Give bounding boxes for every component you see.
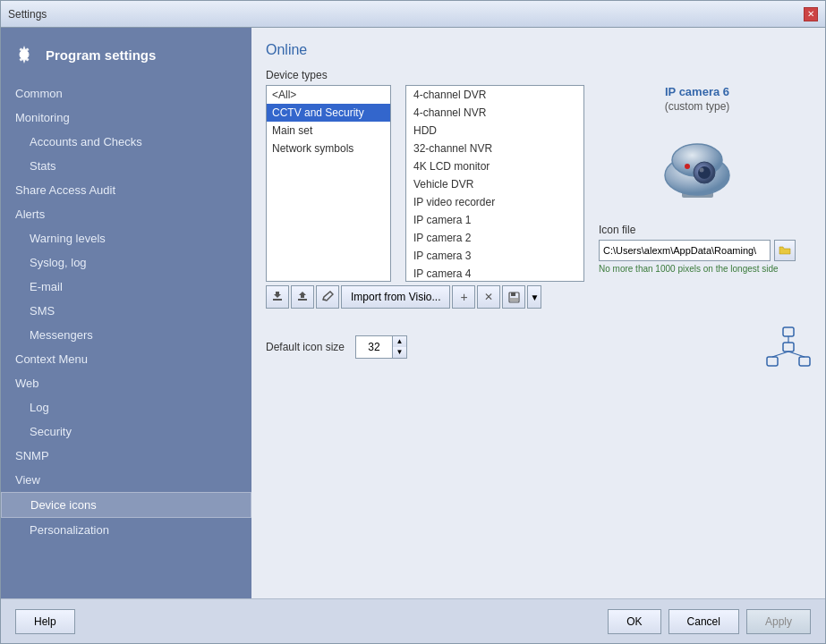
device-types-label: Device types	[266, 69, 811, 81]
titlebar: Settings ✕	[1, 1, 825, 28]
settings-window: Settings ✕ Program settings Common Monit…	[0, 0, 826, 644]
list-item[interactable]: IP video recorder	[406, 193, 583, 211]
sidebar-item-accounts-checks[interactable]: Accounts and Checks	[1, 130, 251, 154]
preview-device-title: IP camera 6	[665, 85, 729, 98]
svg-rect-14	[511, 292, 515, 296]
list-item[interactable]: 4-channel NVR	[406, 104, 583, 122]
ok-button[interactable]: OK	[608, 609, 660, 634]
svg-rect-10	[298, 299, 307, 301]
import-button-label: Import from Visio...	[351, 291, 440, 303]
svg-point-7	[685, 164, 690, 169]
list-item[interactable]: 4K LCD monitor	[406, 157, 583, 175]
footer: Help OK Cancel Apply	[1, 598, 825, 643]
toolbar-save-button[interactable]	[502, 285, 525, 309]
sidebar-item-snmp[interactable]: SNMP	[1, 444, 251, 468]
svg-line-22	[788, 352, 805, 357]
import-from-visio-button[interactable]: Import from Visio...	[341, 285, 450, 309]
toolbar-add-button[interactable]: +	[452, 285, 475, 309]
toolbar-download-button[interactable]	[266, 285, 289, 309]
dome-camera-svg	[655, 126, 740, 211]
camera-preview-image	[652, 123, 742, 213]
list-item[interactable]: Vehicle DVR	[406, 175, 583, 193]
svg-marker-9	[274, 292, 281, 298]
icon-file-label: Icon file	[599, 224, 796, 236]
sidebar: Program settings Common Monitoring Accou…	[1, 28, 251, 598]
type-list-item-mainset[interactable]: Main set	[267, 122, 390, 140]
sidebar-item-warning-levels[interactable]: Warning levels	[1, 226, 251, 250]
toolbar-delete-button[interactable]: ✕	[477, 285, 500, 309]
list-item[interactable]: IP camera 1	[406, 211, 583, 229]
icon-size-input[interactable]	[356, 336, 392, 358]
sidebar-item-messengers[interactable]: Messengers	[1, 323, 251, 347]
icon-size-row: Default icon size ▲ ▼	[266, 335, 407, 359]
type-list-item-networksymbols[interactable]: Network symbols	[267, 140, 390, 157]
upload-icon	[296, 291, 309, 303]
sidebar-item-stats[interactable]: Stats	[1, 154, 251, 178]
download-icon	[271, 291, 284, 303]
icon-file-browse-button[interactable]	[774, 240, 796, 261]
icon-size-down-button[interactable]: ▼	[392, 347, 406, 358]
svg-rect-19	[799, 357, 810, 366]
sidebar-item-email[interactable]: E-mail	[1, 275, 251, 299]
sidebar-item-personalization[interactable]: Personalization	[1, 518, 251, 542]
svg-rect-15	[510, 298, 518, 301]
icon-hint: No more than 1000 pixels on the longest …	[599, 264, 796, 274]
network-icon-svg	[766, 326, 811, 367]
sidebar-item-web[interactable]: Web	[1, 371, 251, 395]
icon-size-up-button[interactable]: ▲	[392, 336, 406, 347]
footer-buttons: OK Cancel Apply	[608, 609, 811, 634]
folder-icon	[779, 245, 791, 256]
cancel-button[interactable]: Cancel	[668, 609, 739, 634]
toolbar-upload-button[interactable]	[291, 285, 314, 309]
svg-rect-8	[273, 299, 282, 301]
preview-panel: IP camera 6 (custom type)	[599, 85, 796, 282]
device-list[interactable]: 4-channel DVR 4-channel NVR HDD 32-chann…	[405, 85, 584, 282]
list-item[interactable]: 4-channel DVR	[406, 86, 583, 104]
type-list-item-all[interactable]: <All>	[267, 86, 390, 104]
preview-device-subtitle: (custom type)	[665, 100, 730, 113]
type-list[interactable]: <All> CCTV and Security Main set Network…	[266, 85, 391, 282]
list-item[interactable]: IP camera 2	[406, 229, 583, 247]
svg-point-6	[699, 167, 703, 172]
sidebar-item-common[interactable]: Common	[1, 81, 251, 106]
help-button[interactable]: Help	[15, 609, 75, 634]
svg-rect-18	[767, 357, 778, 366]
apply-button[interactable]: Apply	[746, 609, 811, 634]
svg-marker-11	[299, 292, 306, 298]
icon-size-spinner: ▲ ▼	[392, 336, 406, 358]
sidebar-item-share-access-audit[interactable]: Share Access Audit	[1, 178, 251, 202]
sidebar-title: Program settings	[46, 47, 156, 63]
list-item[interactable]: HDD	[406, 122, 583, 140]
svg-point-5	[698, 166, 711, 179]
sidebar-item-monitoring[interactable]: Monitoring	[1, 106, 251, 130]
sidebar-item-view[interactable]: View	[1, 468, 251, 492]
sidebar-item-alerts[interactable]: Alerts	[1, 202, 251, 226]
icon-file-section: Icon file No more than 1000 pixels on th…	[599, 224, 796, 274]
close-button[interactable]: ✕	[804, 7, 818, 21]
toolbar-edit-button[interactable]	[316, 285, 339, 309]
sidebar-item-security[interactable]: Security	[1, 419, 251, 444]
device-list-wrapper: 4-channel DVR 4-channel NVR HDD 32-chann…	[405, 85, 584, 282]
icon-file-row	[599, 240, 796, 261]
sidebar-item-log[interactable]: Log	[1, 395, 251, 419]
svg-line-21	[772, 352, 788, 357]
sidebar-item-device-icons[interactable]: Device icons	[1, 492, 251, 518]
sidebar-item-sms[interactable]: SMS	[1, 299, 251, 323]
type-list-section: <All> CCTV and Security Main set Network…	[266, 85, 391, 282]
gear-icon	[12, 42, 37, 67]
save-icon	[508, 292, 520, 303]
toolbar-dropdown-button[interactable]: ▼	[527, 285, 541, 309]
list-item[interactable]: IP camera 4	[406, 265, 583, 282]
type-list-item-cctv[interactable]: CCTV and Security	[267, 104, 390, 122]
bottom-section: Default icon size ▲ ▼	[266, 326, 811, 367]
list-item[interactable]: IP camera 3	[406, 247, 583, 265]
toolbar: Import from Visio... + ✕ ▼	[266, 285, 811, 309]
main-content: Program settings Common Monitoring Accou…	[1, 28, 825, 598]
right-panel: Online Device types <All> CCTV and Secur…	[251, 28, 825, 598]
sidebar-item-syslog[interactable]: Syslog, log	[1, 250, 251, 275]
sidebar-item-context-menu[interactable]: Context Menu	[1, 347, 251, 371]
window-title: Settings	[8, 8, 47, 21]
icon-file-input[interactable]	[599, 240, 771, 261]
icon-size-input-wrap: ▲ ▼	[355, 335, 407, 359]
list-item[interactable]: 32-channel NVR	[406, 140, 583, 157]
